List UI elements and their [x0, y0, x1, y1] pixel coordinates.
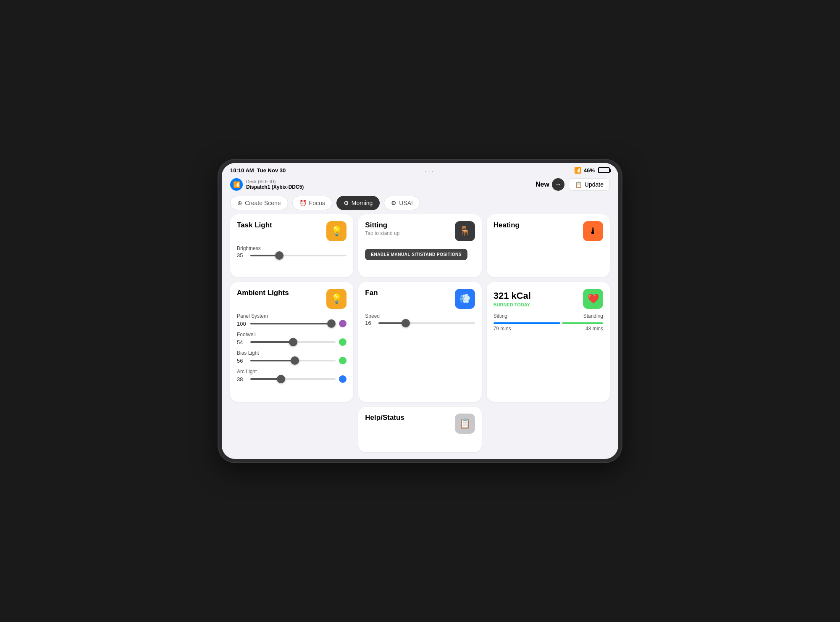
help-status-card: Help/Status 📋: [358, 407, 481, 452]
footwell-group: Footwell 54: [237, 332, 346, 346]
update-icon: 📋: [575, 181, 582, 188]
sitting-header: Sitting Tap to stand up 🪑: [365, 221, 475, 241]
bias-light-track[interactable]: [250, 360, 336, 361]
panel-system-group: Panel System 100: [237, 313, 346, 327]
time: 10:10 AM: [230, 167, 254, 174]
usa-scene-label: USA!: [399, 200, 413, 206]
kcal-row: 321 kCal BURNED TODAY ❤️: [494, 289, 603, 309]
sit-stand-button[interactable]: ENABLE MANUAL SIT/STAND POSITIONS: [365, 249, 467, 260]
device-name: Dispatch1 (Xybix-DDC5): [246, 184, 304, 190]
bias-light-row: 56: [237, 357, 346, 364]
health-icon: ❤️: [583, 289, 603, 309]
heating-card: Heating 🌡: [487, 214, 610, 277]
focus-scene-button[interactable]: ⏰ Focus: [292, 196, 332, 210]
footwell-value: 54: [237, 339, 247, 345]
arc-light-group: Arc Light 38: [237, 369, 346, 383]
tablet-frame: 10:10 AM Tue Nov 30 ... 📶 46% 📶 Desk (BL…: [218, 160, 622, 462]
fan-header: Fan 💨: [365, 289, 475, 309]
bias-light-thumb[interactable]: [291, 356, 299, 365]
ambient-lights-title: Ambient Lights: [237, 289, 289, 297]
status-right: 📶 46%: [574, 167, 610, 174]
status-dots: ...: [425, 166, 435, 174]
task-light-icon: 💡: [326, 221, 346, 241]
health-card: 321 kCal BURNED TODAY ❤️ Sitting Standin…: [487, 282, 610, 401]
help-status-header: Help/Status 📋: [365, 414, 475, 434]
sit-stand-label: ENABLE MANUAL SIT/STAND POSITIONS: [371, 252, 462, 257]
fan-icon: 💨: [455, 289, 475, 309]
fan-speed-label: Speed: [365, 313, 475, 319]
footwell-color: [339, 338, 346, 346]
sitting-progress: [494, 322, 561, 324]
sitting-progress-container: [494, 322, 561, 324]
plus-icon: ⊕: [237, 200, 242, 206]
brightness-label: Brightness: [237, 245, 346, 251]
bluetooth-icon: 📶: [230, 178, 243, 191]
new-label: New: [536, 181, 549, 188]
update-label: Update: [585, 181, 604, 188]
scenes-bar: ⊕ Create Scene ⏰ Focus ⚙ Morning ⚙ USA!: [222, 194, 618, 214]
wifi-icon: 📶: [574, 167, 581, 174]
date: Tue Nov 30: [257, 167, 286, 174]
fan-title: Fan: [365, 289, 378, 297]
sitting-info: Sitting Tap to stand up: [365, 221, 399, 236]
sitting-subtitle: Tap to stand up: [365, 230, 399, 236]
task-light-header: Task Light 💡: [237, 221, 346, 241]
help-status-icon: 📋: [455, 414, 475, 434]
brightness-group: Brightness 35: [237, 245, 346, 258]
arc-light-value: 38: [237, 376, 247, 382]
ambient-lights-card: Ambient Lights 💡 Panel System 100 Footwe…: [230, 282, 353, 401]
arc-light-thumb[interactable]: [277, 375, 285, 383]
fan-speed-thumb[interactable]: [402, 319, 410, 327]
kcal-info: 321 kCal BURNED TODAY: [494, 290, 531, 307]
battery-icon: [598, 167, 610, 173]
fan-card: Fan 💨 Speed 16: [358, 282, 481, 401]
fan-speed-value: 16: [365, 320, 375, 326]
update-button[interactable]: 📋 Update: [569, 178, 610, 191]
morning-scene-button[interactable]: ⚙ Morning: [336, 196, 380, 210]
brightness-thumb[interactable]: [275, 251, 284, 260]
device-label: Desk (BLE ID): [246, 179, 304, 184]
fan-speed-track[interactable]: [378, 322, 475, 324]
sitting-title: Sitting: [365, 221, 399, 229]
standing-progress: [562, 322, 603, 324]
ambient-lights-header: Ambient Lights 💡: [237, 289, 346, 309]
brightness-row: 35: [237, 252, 346, 258]
brightness-track[interactable]: [250, 255, 346, 256]
panel-system-thumb[interactable]: [327, 319, 336, 328]
footwell-fill: [250, 341, 293, 343]
status-time: 10:10 AM Tue Nov 30: [230, 167, 286, 174]
arc-light-track[interactable]: [250, 378, 336, 380]
task-light-title: Task Light: [237, 221, 272, 229]
panel-system-label: Panel System: [237, 313, 346, 319]
usa-scene-button[interactable]: ⚙ USA!: [384, 196, 420, 210]
sitting-mins: 79 mins: [494, 326, 511, 332]
brightness-value: 35: [237, 252, 247, 258]
bias-light-value: 56: [237, 358, 247, 364]
footwell-row: 54: [237, 338, 346, 346]
bias-light-color: [339, 357, 346, 364]
toolbar: 📶 Desk (BLE ID) Dispatch1 (Xybix-DDC5) N…: [222, 176, 618, 194]
create-scene-button[interactable]: ⊕ Create Scene: [230, 196, 288, 210]
kcal-value: 321 kCal: [494, 290, 531, 301]
panel-system-track[interactable]: [250, 323, 336, 324]
heating-icon: 🌡: [583, 221, 603, 241]
task-light-card: Task Light 💡 Brightness 35: [230, 214, 353, 277]
new-button[interactable]: New →: [536, 178, 564, 191]
fan-speed-group: Speed 16: [365, 313, 475, 326]
arc-light-row: 38: [237, 375, 346, 383]
footwell-label: Footwell: [237, 332, 346, 337]
arc-light-label: Arc Light: [237, 369, 346, 374]
create-scene-label: Create Scene: [245, 200, 281, 206]
footwell-track[interactable]: [250, 341, 336, 343]
device-text: Desk (BLE ID) Dispatch1 (Xybix-DDC5): [246, 179, 304, 190]
panel-system-color: [339, 320, 346, 327]
footwell-thumb[interactable]: [289, 338, 297, 346]
toolbar-right: New → 📋 Update: [536, 178, 610, 191]
usa-icon: ⚙: [391, 200, 396, 206]
burned-label: BURNED TODAY: [494, 302, 531, 307]
panel-system-value: 100: [237, 321, 247, 327]
mins-row: 79 mins 48 mins: [494, 326, 603, 332]
help-status-title: Help/Status: [365, 414, 404, 422]
sitting-card: Sitting Tap to stand up 🪑 ENABLE MANUAL …: [358, 214, 481, 277]
focus-icon: ⏰: [299, 200, 307, 206]
